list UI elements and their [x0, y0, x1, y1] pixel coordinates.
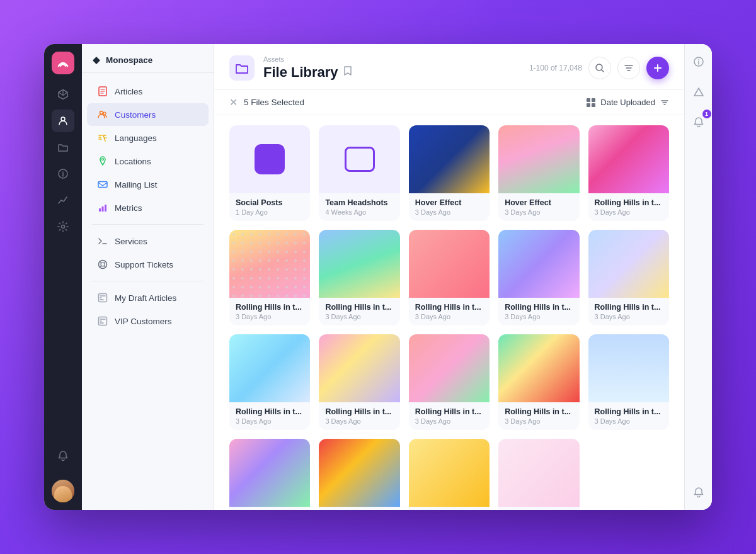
sort-date-label[interactable]: Date Uploaded	[600, 98, 655, 107]
page-title: File Library	[263, 64, 338, 81]
rail-settings-icon[interactable]	[52, 215, 74, 238]
rail-users-icon[interactable]	[52, 110, 74, 132]
vip-icon	[97, 315, 108, 327]
locations-icon	[97, 155, 108, 167]
sidebar-divider-2	[92, 281, 203, 281]
rail-chart-icon[interactable]	[52, 189, 74, 212]
bell-bottom-button[interactable]	[689, 482, 709, 502]
file-card[interactable]: Social Posts1 Day Ago	[229, 125, 310, 221]
file-card[interactable]: Rolling Hills in t...3 Days Ago	[588, 334, 669, 430]
file-card[interactable]: Rolling Hills in t...3 Days Ago	[229, 334, 310, 430]
file-date: 3 Days Ago	[505, 417, 573, 425]
mailing-list-label: Mailing List	[115, 180, 158, 189]
articles-label: Articles	[115, 87, 142, 96]
file-card[interactable]: Rolling Hills in t...3 Days Ago	[498, 230, 579, 325]
rail-cube-icon[interactable]	[52, 83, 74, 106]
svg-point-5	[103, 112, 106, 115]
support-tickets-label: Support Tickets	[115, 260, 173, 269]
header-breadcrumb: Assets	[263, 55, 352, 63]
svg-point-6	[102, 159, 104, 161]
file-card[interactable]: Hover Effect3 Days Ago	[498, 125, 579, 221]
file-grid-inner: Social Posts1 Day AgoTeam Headshots4 Wee…	[229, 125, 669, 510]
search-icon	[595, 63, 605, 73]
file-card[interactable]: Rolling Hills in t...3 Days Ago	[588, 125, 669, 221]
file-name: Rolling Hills in t...	[325, 303, 393, 312]
file-date: 3 Days Ago	[505, 208, 573, 216]
rail-info-icon[interactable]	[52, 162, 74, 185]
sidebar-item-my-draft-articles[interactable]: My Draft Articles	[87, 286, 209, 309]
sidebar-item-customers[interactable]: Customers	[87, 103, 209, 126]
header-titles: Assets File Library	[263, 55, 352, 81]
file-card[interactable]: Rolling Hills in t...3 Days Ago	[319, 334, 399, 430]
locations-label: Locations	[115, 157, 151, 166]
file-date: 4 Weeks Ago	[325, 208, 393, 216]
services-label: Services	[115, 237, 147, 246]
selection-left: ✕ 5 Files Selected	[229, 96, 304, 108]
svg-rect-8	[99, 208, 101, 212]
file-name: Rolling Hills in t...	[595, 303, 663, 312]
notification-badge: 1	[702, 110, 711, 118]
file-name: Rolling Hills in t...	[236, 303, 304, 312]
sidebar-item-metrics[interactable]: Metrics	[87, 196, 209, 219]
file-name: Rolling Hills in t...	[415, 303, 483, 312]
metrics-icon	[97, 202, 108, 213]
rail-bell-icon[interactable]	[52, 444, 74, 467]
file-card[interactable]: Rolling Hills in t...3 Days Ago	[498, 334, 579, 430]
svg-point-2	[62, 225, 65, 229]
file-card[interactable]: Hover Effect3 Days Ago	[409, 125, 490, 221]
vip-customers-label: VIP Customers	[115, 317, 172, 326]
file-date: 1 Day Ago	[236, 208, 304, 216]
search-button[interactable]	[588, 57, 611, 79]
file-name: Social Posts	[236, 198, 304, 207]
grid-view-icon[interactable]	[587, 98, 595, 107]
file-grid: Social Posts1 Day AgoTeam Headshots4 Wee…	[214, 115, 684, 510]
bookmark-icon[interactable]	[343, 66, 352, 79]
my-draft-articles-label: My Draft Articles	[115, 293, 176, 303]
workspace-name: Monospace	[106, 55, 152, 65]
sidebar-item-vip-customers[interactable]: VIP Customers	[87, 310, 209, 332]
customers-label: Customers	[115, 110, 156, 120]
sidebar-item-support-tickets[interactable]: Support Tickets	[87, 253, 209, 276]
sidebar-nav: Articles Customers	[82, 77, 214, 336]
filter-icon	[624, 63, 634, 73]
sidebar-item-articles[interactable]: Articles	[87, 80, 209, 103]
file-date: 3 Days Ago	[415, 208, 483, 216]
info-panel-button[interactable]	[689, 52, 709, 72]
file-card[interactable]: Rolling Hills in t...3 Days Ago	[319, 439, 399, 510]
file-name: Rolling Hills in t...	[595, 407, 663, 416]
file-card[interactable]: Rolling Hills in t...3 Days Ago	[409, 439, 490, 510]
file-date: 3 Days Ago	[415, 313, 483, 320]
selection-right: Date Uploaded	[587, 98, 669, 107]
file-card[interactable]: Rolling Hills in t...3 Days Ago	[229, 439, 310, 510]
user-avatar[interactable]	[52, 480, 74, 502]
rail-folder-icon[interactable]	[52, 136, 74, 159]
file-card[interactable]: Rolling Hills in t...3 Days Ago	[588, 230, 669, 325]
file-card[interactable]: Team Headshots4 Weeks Ago	[319, 125, 399, 221]
app-logo[interactable]	[52, 52, 74, 74]
file-card[interactable]: Rolling Hills in t...3 Days Ago	[409, 334, 490, 430]
file-name: Rolling Hills in t...	[325, 407, 393, 416]
languages-label: Languages	[115, 133, 157, 143]
folder-icon	[235, 61, 249, 75]
file-card[interactable]: Rolling Hills in t...3 Days Ago	[409, 230, 490, 325]
sidebar-item-languages[interactable]: Languages	[87, 127, 209, 149]
sidebar-item-mailing-list[interactable]: Mailing List	[87, 173, 209, 196]
file-name: Hover Effect	[505, 198, 573, 207]
close-selection-button[interactable]: ✕	[229, 96, 238, 108]
file-card[interactable]: Rolling Hills in t...3 Days Ago	[229, 230, 310, 325]
add-file-button[interactable]	[646, 57, 669, 79]
sort-icon[interactable]	[660, 98, 669, 107]
right-panel: 1	[684, 44, 712, 510]
app-window: Monospace Articles	[44, 44, 712, 510]
filter-button[interactable]	[617, 57, 640, 79]
file-card[interactable]: Rolling Hills in t...3 Days Ago	[319, 230, 399, 325]
file-card[interactable]: Rolling Hills in t...3 Days Ago	[498, 439, 579, 510]
notification-panel-button-wrap: 1	[689, 112, 709, 132]
header-title-row: File Library	[263, 64, 352, 81]
triangle-panel-button[interactable]	[689, 82, 709, 102]
file-date: 3 Days Ago	[236, 417, 304, 425]
sidebar-item-services[interactable]: Services	[87, 230, 209, 252]
header-right: 1-100 of 17,048	[529, 57, 669, 79]
sidebar-item-locations[interactable]: Locations	[87, 150, 209, 172]
file-name: Hover Effect	[415, 198, 483, 207]
